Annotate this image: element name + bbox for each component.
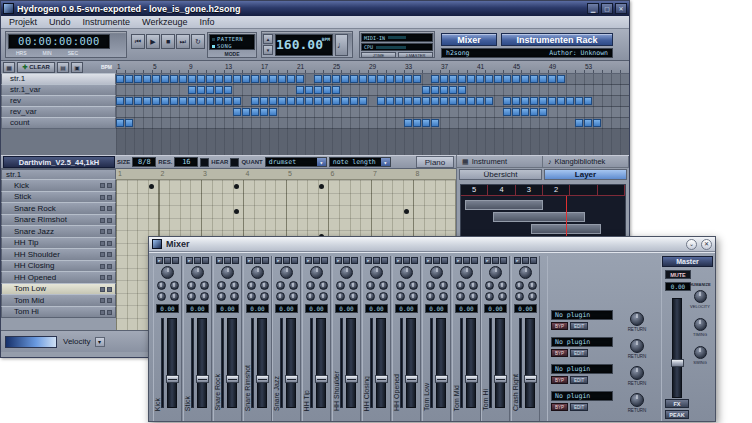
pattern-block[interactable]: [584, 119, 592, 127]
pattern-block[interactable]: [386, 75, 394, 83]
fx-send-knob[interactable]: [276, 292, 285, 301]
pattern-block[interactable]: [521, 108, 529, 116]
fx-send-knob[interactable]: [260, 292, 269, 301]
pattern-block[interactable]: [539, 108, 547, 116]
pattern-block[interactable]: [467, 97, 475, 105]
pattern-block[interactable]: [341, 97, 349, 105]
pan-knob[interactable]: [400, 266, 413, 279]
pattern-block[interactable]: [431, 97, 439, 105]
pattern-block[interactable]: [323, 86, 331, 94]
pattern-block[interactable]: [422, 97, 430, 105]
select-tool-button[interactable]: ▣: [71, 62, 83, 73]
pattern-block[interactable]: [206, 86, 214, 94]
mute-button[interactable]: [492, 257, 499, 264]
fx-send-knob[interactable]: [396, 281, 405, 290]
pattern-block[interactable]: [404, 75, 412, 83]
mute-button[interactable]: [343, 257, 350, 264]
pattern-block[interactable]: [233, 75, 241, 83]
fx-name-display[interactable]: No plugin: [551, 364, 613, 374]
pattern-block[interactable]: [539, 75, 547, 83]
pattern-block[interactable]: [296, 97, 304, 105]
fx-send-knob[interactable]: [379, 281, 388, 290]
fx-send-knob[interactable]: [217, 281, 226, 290]
pan-knob[interactable]: [460, 266, 473, 279]
bpm-up-button[interactable]: ▲: [263, 34, 273, 44]
draw-mode-button[interactable]: ▤: [57, 62, 69, 73]
pattern-block[interactable]: [422, 119, 430, 127]
fx-send-knob[interactable]: [336, 281, 345, 290]
pattern-block[interactable]: [125, 75, 133, 83]
fx-name-display[interactable]: No plugin: [551, 310, 613, 320]
instrument-mute-button[interactable]: [100, 229, 105, 234]
pattern-block[interactable]: [233, 108, 241, 116]
pattern-block[interactable]: [314, 86, 322, 94]
layer-span[interactable]: [493, 212, 585, 222]
instrument-solo-button[interactable]: [107, 264, 112, 269]
pattern-block[interactable]: [314, 75, 322, 83]
clear-sequence-button[interactable]: ✚CLEAR: [17, 62, 55, 73]
pattern-block[interactable]: [242, 75, 250, 83]
pattern-block[interactable]: [512, 75, 520, 83]
sample-play-button[interactable]: ▸: [365, 257, 372, 264]
mute-button[interactable]: [522, 257, 529, 264]
pattern-block[interactable]: [197, 75, 205, 83]
fx-send-knob[interactable]: [217, 292, 226, 301]
fader-handle[interactable]: [405, 375, 418, 383]
instrument-mute-button[interactable]: [100, 264, 105, 269]
fx-send-knob[interactable]: [485, 281, 494, 290]
pattern-block[interactable]: [251, 108, 259, 116]
pattern-block[interactable]: [116, 75, 124, 83]
bpm-down-button[interactable]: ▼: [263, 45, 273, 55]
pattern-block[interactable]: [431, 75, 439, 83]
sample-play-button[interactable]: ▸: [425, 257, 432, 264]
pattern-block[interactable]: [332, 97, 340, 105]
volume-fader[interactable]: [376, 318, 386, 408]
fx-send-knob[interactable]: [247, 281, 256, 290]
pattern-block[interactable]: [188, 86, 196, 94]
song-timeline-ruler[interactable]: 1591317212529333741454953: [116, 61, 629, 74]
solo-button[interactable]: [321, 257, 328, 264]
pan-knob[interactable]: [221, 266, 234, 279]
instrument-solo-button[interactable]: [107, 275, 112, 280]
note-dot[interactable]: [319, 184, 324, 189]
fx-send-knob[interactable]: [456, 292, 465, 301]
instrument-mute-button[interactable]: [100, 241, 105, 246]
pattern-block[interactable]: [548, 97, 556, 105]
pattern-block[interactable]: [431, 86, 439, 94]
pan-knob[interactable]: [161, 266, 174, 279]
song-grid-row[interactable]: [116, 96, 629, 107]
pattern-block[interactable]: [188, 75, 196, 83]
pattern-block[interactable]: [125, 119, 133, 127]
fx-send-knob[interactable]: [170, 281, 179, 290]
fx-send-knob[interactable]: [306, 292, 315, 301]
fader-handle[interactable]: [226, 375, 239, 383]
instrument-solo-button[interactable]: [107, 195, 112, 200]
pattern-block[interactable]: [440, 97, 448, 105]
song-mode-button[interactable]: SONG: [212, 43, 252, 50]
pattern-block[interactable]: [296, 75, 304, 83]
fx-bypass-button[interactable]: BYP: [551, 403, 568, 411]
mute-button[interactable]: [433, 257, 440, 264]
pan-knob[interactable]: [310, 266, 323, 279]
song-grid-row[interactable]: [116, 85, 629, 96]
pattern-block[interactable]: [530, 97, 538, 105]
fx-send-knob[interactable]: [366, 281, 375, 290]
mute-button[interactable]: [403, 257, 410, 264]
volume-fader[interactable]: [436, 318, 446, 408]
note-dot[interactable]: [234, 184, 239, 189]
layer-span[interactable]: [465, 200, 543, 210]
metronome-button[interactable]: ♩: [335, 34, 348, 56]
mixer-titlebar[interactable]: Mixer ⌄ ✕: [149, 237, 715, 252]
fx-send-knob[interactable]: [426, 281, 435, 290]
sample-play-button[interactable]: ▸: [156, 257, 163, 264]
play-button[interactable]: ▶: [146, 34, 160, 49]
pattern-block[interactable]: [197, 86, 205, 94]
fx-send-knob[interactable]: [349, 292, 358, 301]
drumset-select[interactable]: drumset▾: [265, 157, 327, 167]
pattern-block[interactable]: [134, 75, 142, 83]
pattern-block[interactable]: [449, 75, 457, 83]
instrument-tom-hi[interactable]: Tom Hi: [1, 306, 116, 319]
pattern-block[interactable]: [206, 75, 214, 83]
fx-send-knob[interactable]: [528, 292, 537, 301]
pattern-block[interactable]: [170, 97, 178, 105]
